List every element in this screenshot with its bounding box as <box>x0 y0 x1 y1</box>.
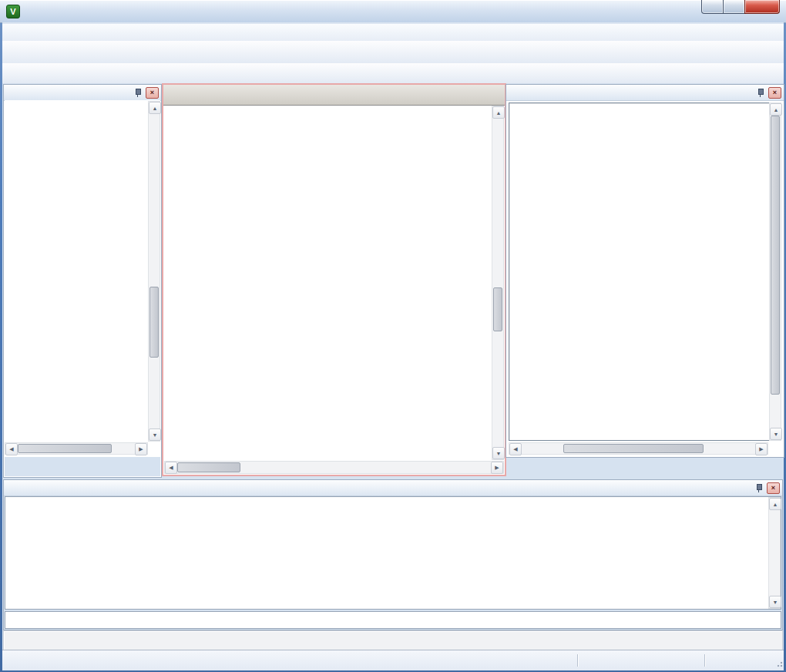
scroll-right-icon[interactable]: ▶ <box>491 462 503 474</box>
uart-panel: × ▲ ▼ ◀ ▶ <box>506 84 784 458</box>
project-panel: × ▲ ▼ ◀ ▶ <box>3 84 162 478</box>
maximize-button[interactable] <box>724 0 744 14</box>
editor-vscrollbar[interactable]: ▲ ▼ <box>492 106 504 460</box>
project-vscrollbar[interactable]: ▲ ▼ <box>148 101 160 442</box>
main-toolbar <box>2 41 784 64</box>
command-close-icon[interactable]: × <box>767 482 780 494</box>
pin-icon[interactable] <box>755 483 763 493</box>
uart-panel-header: × <box>506 85 784 101</box>
project-tree <box>5 100 160 442</box>
resize-grip[interactable] <box>773 650 784 670</box>
scroll-right-icon[interactable]: ▶ <box>755 443 768 455</box>
project-close-icon[interactable]: × <box>146 87 159 99</box>
scroll-thumb[interactable] <box>563 444 704 453</box>
scroll-left-icon[interactable]: ◀ <box>165 462 177 474</box>
minimize-button[interactable] <box>701 0 724 14</box>
command-panel: × ▲ ▼ <box>3 479 783 630</box>
main-area: × ▲ ▼ ◀ ▶ ▲ <box>2 83 784 479</box>
project-panel-header: × <box>4 85 161 101</box>
scroll-down-icon[interactable]: ▼ <box>492 447 505 459</box>
pin-icon[interactable] <box>134 88 142 98</box>
uart-terminal[interactable] <box>509 102 781 441</box>
code-area[interactable] <box>164 106 504 460</box>
uart-close-icon[interactable]: × <box>768 87 781 99</box>
scroll-down-icon[interactable]: ▼ <box>149 428 161 441</box>
scroll-up-icon[interactable]: ▲ <box>149 102 161 114</box>
menu-bar <box>2 24 784 42</box>
scroll-thumb[interactable] <box>149 287 159 358</box>
uart-vscrollbar[interactable]: ▲ ▼ <box>769 102 781 441</box>
app-icon: V <box>6 5 20 18</box>
title-bar[interactable]: V <box>0 0 786 23</box>
editor-tab-bar <box>163 85 505 106</box>
scroll-left-icon[interactable]: ◀ <box>509 443 522 455</box>
debug-view-tabs <box>506 458 786 478</box>
command-panel-header: × <box>4 480 782 496</box>
workspace-tabs <box>5 457 160 476</box>
scroll-right-icon[interactable]: ▶ <box>135 443 147 455</box>
uart-hscrollbar[interactable]: ◀ ▶ <box>509 442 768 455</box>
scroll-down-icon[interactable]: ▼ <box>770 428 782 440</box>
command-keyword-bar[interactable] <box>3 630 783 650</box>
project-hscrollbar[interactable]: ◀ ▶ <box>5 442 148 455</box>
command-input[interactable] <box>5 611 781 629</box>
scroll-thumb[interactable] <box>771 116 780 395</box>
scroll-up-icon[interactable]: ▲ <box>769 498 781 510</box>
scroll-thumb[interactable] <box>177 462 240 472</box>
scroll-thumb[interactable] <box>493 287 502 331</box>
scroll-down-icon[interactable]: ▼ <box>769 596 781 608</box>
pin-icon[interactable] <box>757 88 764 98</box>
editor: ▲ ▼ ◀ ▶ <box>162 83 506 476</box>
scroll-up-icon[interactable]: ▲ <box>492 106 505 119</box>
close-button[interactable] <box>744 0 780 14</box>
command-output[interactable] <box>5 496 781 610</box>
debug-toolbar <box>2 63 784 84</box>
scroll-left-icon[interactable]: ◀ <box>5 443 18 455</box>
command-vscrollbar[interactable]: ▲ ▼ <box>768 497 781 609</box>
editor-hscrollbar[interactable]: ◀ ▶ <box>164 461 504 474</box>
scroll-up-icon[interactable]: ▲ <box>770 103 782 116</box>
scroll-thumb[interactable] <box>18 444 112 453</box>
status-bar <box>2 650 784 670</box>
window: V × ▲ ▼ <box>0 0 786 672</box>
